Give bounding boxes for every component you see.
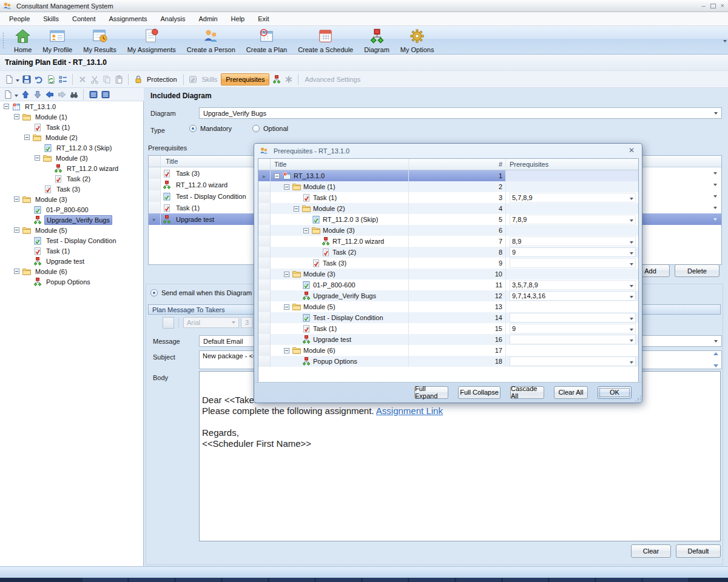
row-prerequisites-cell[interactable]	[506, 258, 638, 269]
row-selector[interactable]	[258, 247, 271, 258]
row-prereq-dropdown[interactable]	[709, 172, 721, 175]
toolbar-button-create-a-schedule[interactable]: Create a Schedule	[292, 26, 359, 55]
row-selector[interactable]	[258, 345, 271, 356]
row-selector[interactable]	[258, 312, 271, 323]
dialog-titlebar[interactable]: Prerequisites - RT_13.1.0	[254, 144, 642, 158]
row-prerequisites-cell[interactable]	[506, 269, 638, 279]
properties-icon[interactable]	[58, 74, 68, 84]
toolbar-button-create-a-plan[interactable]: Create a Plan	[241, 26, 292, 55]
row-prerequisites-cell[interactable]	[506, 301, 638, 312]
tree-expander[interactable]	[14, 227, 19, 233]
row-prereq-dropdown[interactable]	[709, 218, 721, 221]
tree-item-task-3-[interactable]: Task (3)	[0, 184, 143, 194]
clear-button[interactable]: Clear	[631, 544, 671, 558]
find-icon[interactable]	[69, 89, 79, 99]
tree-expander[interactable]	[14, 269, 19, 274]
prerequisites-dropdown[interactable]	[510, 356, 636, 366]
title-column-header[interactable]: Title	[161, 158, 178, 165]
toolbar-button-diagram[interactable]: Diagram	[359, 26, 395, 55]
tree-item-module-6-[interactable]: Module (6)	[0, 266, 143, 276]
tree-item-rt-11-2-0-wizard[interactable]: RT_11.2.0 wizard	[0, 163, 143, 173]
dialog-row-7[interactable]: RT_11.2.0 wizard78,9	[258, 236, 638, 247]
tree-new-icon[interactable]	[2, 89, 13, 99]
tree-item-upgrade-verify-bugs[interactable]: Upgrade_Verify Bugs	[0, 215, 143, 225]
save-icon[interactable]	[21, 74, 32, 84]
row-prerequisites-cell[interactable]	[506, 203, 638, 214]
move-left-icon[interactable]	[44, 89, 55, 99]
tree-item-module-2-[interactable]: Module (2)	[0, 132, 143, 142]
subject-scrollbar[interactable]	[711, 352, 720, 367]
tree-item-task-1-[interactable]: Task (1)	[0, 122, 143, 132]
move-down-icon[interactable]	[32, 89, 42, 99]
tree-item-popup-options[interactable]: Popup Options	[0, 276, 143, 287]
new-item-icon[interactable]	[4, 74, 14, 84]
row-prerequisites-cell[interactable]: 9	[506, 323, 638, 334]
dialog-row-17[interactable]: Module (6)17	[258, 345, 638, 356]
dialog-row-9[interactable]: Task (3)9	[258, 258, 638, 269]
row-selector[interactable]	[258, 323, 271, 334]
tree-item-task-2-[interactable]: Task (2)	[0, 173, 143, 184]
full-collapse-button[interactable]: Full Collapse	[458, 386, 500, 399]
row-prerequisites-cell[interactable]: 8,9	[506, 236, 638, 247]
menu-item-help[interactable]: Help	[224, 13, 252, 25]
tree-expander[interactable]	[284, 184, 289, 190]
html-view-icon[interactable]	[163, 317, 174, 329]
prerequisites-dropdown[interactable]: 9,7,14,3,16	[510, 291, 636, 301]
row-prereq-dropdown[interactable]	[709, 184, 721, 186]
row-selector[interactable]	[149, 190, 161, 202]
row-selector[interactable]	[258, 279, 271, 290]
dialog-row-18[interactable]: Popup Options18	[258, 356, 638, 367]
dialog-row-14[interactable]: Test - Display Condition14	[258, 312, 638, 323]
row-selector[interactable]	[258, 269, 271, 279]
dialog-row-3[interactable]: Task (1)35,7,8,9	[258, 192, 638, 203]
delete-button[interactable]: Delete	[675, 264, 720, 277]
send-email-radio[interactable]	[150, 289, 158, 296]
advanced-icon[interactable]	[283, 74, 294, 84]
menu-item-people[interactable]: People	[2, 13, 36, 25]
send-email-radio-row[interactable]: Send email when this Diagram is av	[150, 289, 268, 296]
ok-button[interactable]: OK	[598, 386, 632, 399]
toolbar-button-my-profile[interactable]: My Profile	[37, 26, 78, 55]
row-prerequisites-cell[interactable]: 5,7,8,9	[506, 192, 638, 203]
dialog-row-10[interactable]: Module (3)10	[258, 269, 638, 279]
prerequisites-dropdown[interactable]: 5,7,8,9	[510, 193, 636, 202]
toolbar-button-my-assignments[interactable]: My Assignments	[122, 26, 181, 55]
row-prerequisites-cell[interactable]: 9	[506, 247, 638, 258]
dialog-row-6[interactable]: Module (3)6	[258, 225, 638, 236]
tree-item-rt-13-1-0[interactable]: RT_13.1.0	[0, 101, 143, 112]
minimize-button[interactable]: –	[701, 2, 705, 9]
number-column-header[interactable]: #	[409, 159, 506, 170]
prerequisites-dropdown[interactable]	[510, 335, 636, 344]
menu-item-exit[interactable]: Exit	[251, 13, 275, 25]
row-selector[interactable]	[258, 192, 271, 203]
toolbar-overflow-button[interactable]	[723, 36, 727, 44]
tree-item-module-5-[interactable]: Module (5)	[0, 225, 143, 235]
row-prerequisites-cell[interactable]: 7,8,9	[506, 214, 638, 225]
diagram-tool-icon[interactable]	[271, 74, 281, 84]
tree-expander[interactable]	[24, 135, 30, 140]
row-prerequisites-cell[interactable]: 9,7,14,3,16	[506, 290, 638, 301]
tree-item-test-display-condition[interactable]: Test - Display Condition	[0, 235, 143, 246]
dialog-row-2[interactable]: Module (1)2	[258, 181, 638, 192]
full-expand-button[interactable]: Full Expand	[414, 386, 448, 399]
tree-expander[interactable]	[14, 196, 19, 202]
dialog-row-1[interactable]: ▸RT_13.1.01	[258, 170, 638, 181]
tree-expander[interactable]	[4, 104, 9, 109]
dialog-row-15[interactable]: Task (1)159	[258, 323, 638, 334]
row-selector[interactable]	[149, 167, 161, 179]
paste-icon[interactable]	[113, 74, 124, 84]
prerequisites-dropdown[interactable]: 7,8,9	[510, 215, 636, 224]
tree-expander[interactable]	[294, 206, 299, 212]
prerequisites-dropdown[interactable]: 8,9	[510, 236, 636, 246]
row-selector[interactable]	[149, 179, 161, 190]
tree-item-upgrade-test[interactable]: Upgrade test	[0, 256, 143, 266]
radio-optional[interactable]	[252, 125, 260, 132]
row-prerequisites-cell[interactable]	[506, 356, 638, 367]
find-icon[interactable]	[150, 318, 161, 328]
row-selector[interactable]	[258, 356, 271, 367]
row-prerequisites-cell[interactable]: 3,5,7,8,9	[506, 279, 638, 290]
detail-view-icon[interactable]	[100, 89, 110, 99]
protection-lock-icon[interactable]	[133, 74, 143, 84]
row-selector[interactable]	[258, 225, 271, 236]
maximize-button[interactable]	[710, 4, 716, 8]
